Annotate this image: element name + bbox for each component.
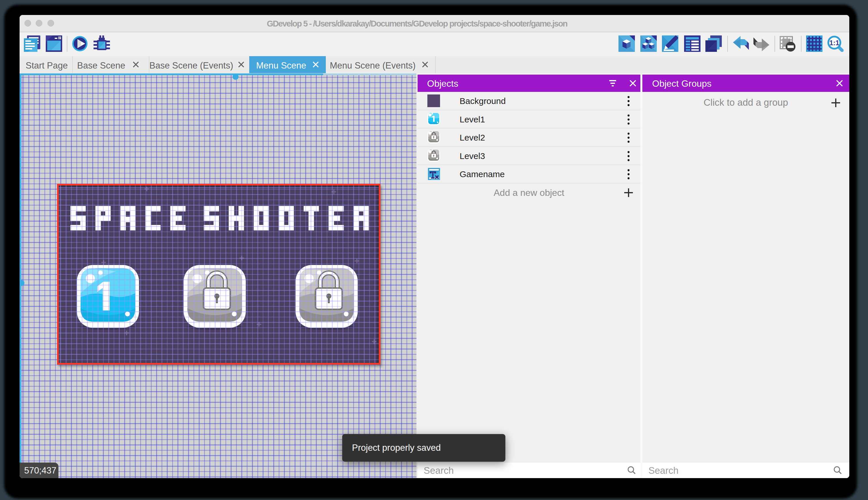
svg-text:1:1: 1:1 [830, 39, 840, 47]
